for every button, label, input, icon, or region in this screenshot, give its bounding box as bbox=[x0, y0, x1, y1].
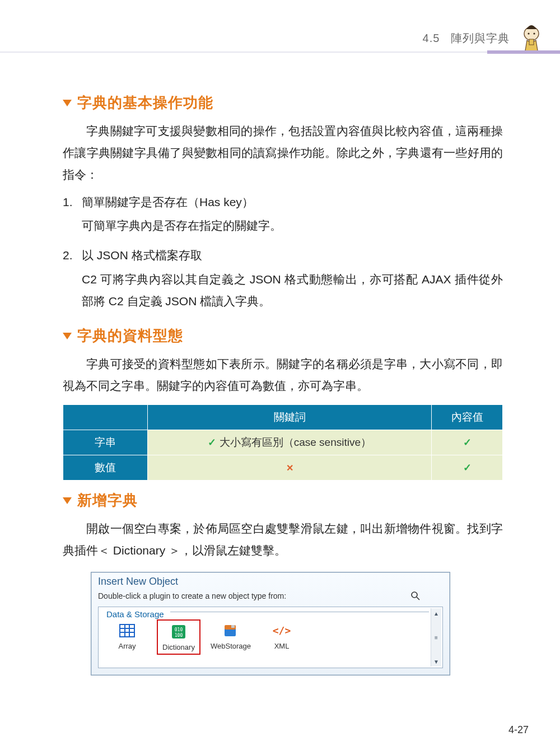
group-divider bbox=[170, 612, 429, 612]
plugin-dictionary[interactable]: 010100 Dictionary bbox=[159, 622, 198, 653]
plugin-webstorage[interactable]: WebStorage bbox=[211, 622, 250, 653]
table-header-blank bbox=[63, 405, 148, 430]
heading-text: 新增字典 bbox=[77, 492, 138, 509]
check-icon: ✓ bbox=[208, 437, 216, 448]
list-item-sub: 可簡單字典內是否存在指定的關鍵字。 bbox=[82, 215, 503, 237]
plugin-array[interactable]: Array bbox=[108, 622, 147, 653]
data-types-table: 關鍵詞 內容值 字串 ✓ 大小寫有區別（case sensitive） ✓ 數值… bbox=[63, 404, 503, 481]
cell-text: 大小寫有區別（case sensitive） bbox=[220, 436, 371, 448]
scrollbar[interactable]: ▲ ≡ ▼ bbox=[431, 608, 441, 667]
heading-text: 字典的資料型態 bbox=[77, 327, 183, 344]
cross-icon: ✕ bbox=[286, 463, 293, 473]
plugin-label: XML bbox=[262, 642, 301, 650]
svg-line-5 bbox=[417, 597, 419, 600]
array-icon bbox=[118, 622, 136, 640]
svg-rect-6 bbox=[120, 624, 134, 637]
scroll-up-icon[interactable]: ▲ bbox=[431, 608, 441, 618]
heading-data-types: 字典的資料型態 bbox=[63, 326, 503, 346]
table-row: 字串 ✓ 大小寫有區別（case sensitive） ✓ bbox=[63, 430, 503, 455]
svg-text:010: 010 bbox=[175, 627, 183, 632]
list-number: 1. bbox=[63, 192, 82, 213]
group-label: Data & Storage bbox=[104, 609, 166, 619]
cell-string-value: ✓ bbox=[432, 430, 503, 455]
triangle-bullet-icon bbox=[63, 333, 72, 339]
table-header-value: 內容值 bbox=[432, 405, 503, 430]
svg-text:100: 100 bbox=[175, 633, 183, 638]
search-icon[interactable] bbox=[410, 591, 421, 601]
heading-basic-ops: 字典的基本操作功能 bbox=[63, 93, 503, 113]
dialog-title: Insert New Object bbox=[91, 572, 450, 589]
heading-text: 字典的基本操作功能 bbox=[77, 94, 213, 111]
list-item-sub: C2 可將字典內容以其自定義之 JSON 格式動態輸出，亦可搭配 AJAX 插件… bbox=[82, 269, 503, 313]
paragraph: 字典可接受的資料型態如下表所示。關鍵字的名稱必須是字串，大小寫不同，即視為不同之… bbox=[63, 353, 503, 397]
heading-add-dict: 新增字典 bbox=[63, 491, 503, 510]
svg-point-4 bbox=[412, 592, 417, 598]
xml-icon: </> bbox=[273, 622, 291, 640]
paragraph: 開啟一個空白專案，於佈局區空白處雙擊滑鼠左鍵，叫出新增物件視窗。找到字典插件＜ … bbox=[63, 518, 503, 562]
cell-number-key: ✕ bbox=[148, 455, 432, 481]
table-header-key: 關鍵詞 bbox=[148, 405, 432, 430]
dictionary-icon: 010100 bbox=[170, 623, 188, 641]
row-label-number: 數值 bbox=[63, 455, 148, 481]
check-icon: ✓ bbox=[463, 437, 472, 448]
svg-rect-3 bbox=[529, 39, 534, 45]
page-header: 4.5 陣列與字典 bbox=[0, 25, 560, 53]
insert-new-object-dialog: Insert New Object Double-click a plugin … bbox=[91, 572, 450, 675]
header-accent bbox=[487, 50, 560, 54]
page-content: 字典的基本操作功能 字典關鍵字可支援與變數相同的操作，包括設置內容值與比較內容值… bbox=[63, 83, 503, 675]
dialog-subtitle-row: Double-click a plugin to create a new ob… bbox=[91, 589, 450, 607]
svg-text:</>: </> bbox=[273, 624, 291, 636]
dialog-subtitle: Double-click a plugin to create a new ob… bbox=[98, 591, 286, 600]
section-title: 陣列與字典 bbox=[451, 32, 510, 44]
cell-string-key: ✓ 大小寫有區別（case sensitive） bbox=[148, 430, 432, 455]
plugin-label: WebStorage bbox=[211, 642, 250, 650]
ordered-list: 1. 簡單關鍵字是否存在（Has key） 可簡單字典內是否存在指定的關鍵字。 … bbox=[63, 192, 503, 313]
list-item: 2. 以 JSON 格式檔案存取 bbox=[63, 245, 503, 267]
table-row: 數值 ✕ ✓ bbox=[63, 455, 503, 481]
dialog-body: Data & Storage Array 010100 Dictionary bbox=[98, 607, 443, 668]
list-number: 2. bbox=[63, 245, 82, 267]
svg-rect-16 bbox=[231, 625, 235, 628]
plugin-label: Array bbox=[108, 642, 147, 650]
row-label-string: 字串 bbox=[63, 430, 148, 455]
cell-number-value: ✓ bbox=[432, 455, 503, 481]
paragraph: 字典關鍵字可支援與變數相同的操作，包括設置內容值與比較內容值，這兩種操作讓字典關… bbox=[63, 120, 503, 186]
svg-point-1 bbox=[528, 32, 529, 34]
svg-point-2 bbox=[533, 32, 535, 34]
plugin-label: Dictionary bbox=[159, 643, 198, 651]
mascot-icon bbox=[519, 24, 544, 53]
triangle-bullet-icon bbox=[63, 497, 72, 504]
triangle-bullet-icon bbox=[63, 100, 72, 106]
list-item: 1. 簡單關鍵字是否存在（Has key） bbox=[63, 192, 503, 213]
section-number: 4.5 bbox=[423, 32, 440, 44]
check-icon: ✓ bbox=[463, 462, 472, 473]
plugin-xml[interactable]: </> XML bbox=[262, 622, 301, 653]
list-item-title: 簡單關鍵字是否存在（Has key） bbox=[82, 192, 503, 213]
plugin-items: Array 010100 Dictionary WebStorage bbox=[104, 622, 439, 653]
section-label: 4.5 陣列與字典 bbox=[423, 31, 510, 46]
page-number: 4-27 bbox=[508, 724, 529, 736]
scroll-thumb-icon[interactable]: ≡ bbox=[431, 632, 441, 642]
scroll-down-icon[interactable]: ▼ bbox=[431, 656, 441, 667]
list-item-title: 以 JSON 格式檔案存取 bbox=[82, 245, 503, 267]
webstorage-icon bbox=[221, 622, 239, 640]
